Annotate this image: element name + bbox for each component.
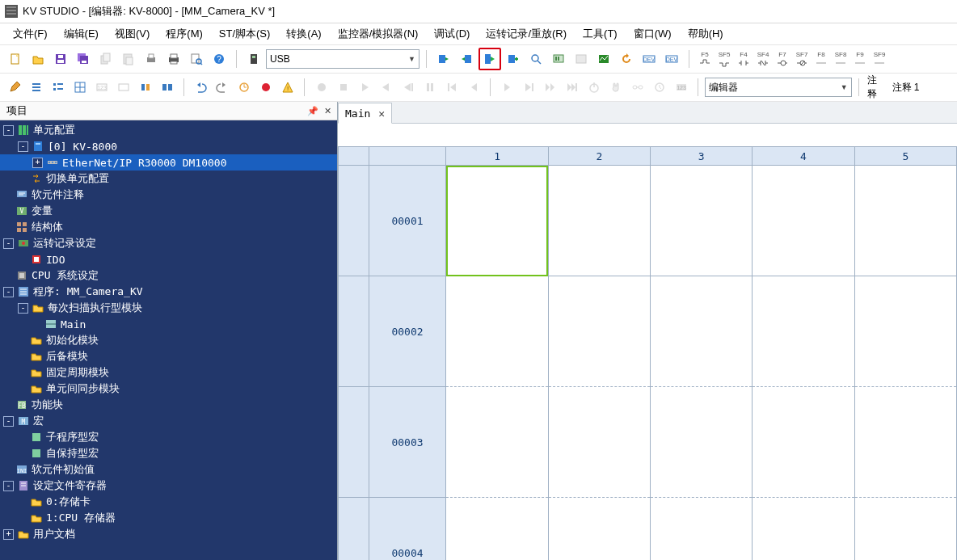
expand-icon[interactable]: +: [3, 529, 14, 540]
io-button[interactable]: [135, 77, 155, 98]
print-button[interactable]: [163, 48, 184, 69]
fkey-sf5[interactable]: SF5: [715, 52, 733, 67]
tab-close-icon[interactable]: ✕: [378, 107, 385, 120]
tree-node[interactable]: -程序: MM_Camera_KV: [0, 284, 337, 300]
tab-main[interactable]: Main ✕: [338, 103, 392, 124]
ladder-cell[interactable]: [446, 166, 548, 276]
print-setup-button[interactable]: [141, 48, 162, 69]
rec-button[interactable]: [311, 77, 331, 98]
col-header[interactable]: 3: [651, 147, 753, 166]
ladder-cell[interactable]: [854, 276, 956, 387]
row-header[interactable]: 00001: [369, 166, 446, 276]
watch-button[interactable]: [234, 77, 255, 98]
expand-icon[interactable]: +: [32, 158, 43, 168]
paste-unit-button[interactable]: [118, 48, 139, 69]
ladder-cell[interactable]: [548, 387, 650, 498]
menu-window[interactable]: 窗口(W): [627, 24, 678, 44]
save-all-button[interactable]: [73, 48, 94, 69]
redo-button[interactable]: [213, 77, 233, 98]
counter-button[interactable]: [113, 77, 133, 98]
menu-edit[interactable]: 编辑(E): [57, 24, 105, 44]
ladder-cell[interactable]: [753, 276, 854, 387]
device-monitor-button[interactable]: [548, 48, 569, 69]
ladder-cell[interactable]: [854, 387, 956, 498]
menu-script[interactable]: ST/脚本(S): [213, 24, 277, 44]
pin-icon[interactable]: 📌: [306, 104, 319, 117]
fkey-f5[interactable]: F5: [696, 52, 714, 67]
tree-node[interactable]: +EtherNet/IP R30000 DM10000: [0, 154, 337, 171]
fkey-f4[interactable]: F4: [735, 52, 753, 67]
grid-button[interactable]: [70, 77, 91, 98]
pause-button[interactable]: [420, 77, 441, 98]
breakpoint-button[interactable]: [256, 77, 276, 98]
prev-button[interactable]: [463, 77, 483, 98]
fkey-sf7[interactable]: SF7: [793, 52, 811, 67]
play-button[interactable]: [355, 77, 375, 98]
ladder-cell[interactable]: [651, 276, 753, 387]
find-button[interactable]: [525, 48, 546, 69]
hand-button[interactable]: [606, 77, 626, 98]
ladder-cell[interactable]: [854, 166, 956, 276]
stop-button[interactable]: [333, 77, 353, 98]
module-button[interactable]: [157, 77, 177, 98]
edit-pencil-button[interactable]: [5, 77, 25, 98]
digital-button[interactable]: 123: [671, 77, 691, 98]
tree-node[interactable]: 固定周期模块: [0, 364, 337, 381]
tree-node[interactable]: IDO: [0, 251, 337, 267]
col-header[interactable]: 4: [753, 147, 854, 166]
close-icon[interactable]: ✕: [321, 104, 334, 117]
collapse-icon[interactable]: -: [3, 238, 14, 249]
tree-node[interactable]: 1:CPU 存储器: [0, 510, 337, 526]
tree-node[interactable]: 后备模块: [0, 348, 337, 364]
next-button[interactable]: [497, 77, 517, 98]
tree-node[interactable]: 结构体: [0, 219, 337, 235]
menu-tools[interactable]: 工具(T): [576, 24, 624, 44]
col-header[interactable]: 5: [854, 147, 956, 166]
menu-program[interactable]: 程序(M): [159, 24, 209, 44]
ladder-cell[interactable]: [548, 498, 650, 561]
ffwd-button[interactable]: [541, 77, 561, 98]
save-button[interactable]: [50, 48, 71, 69]
help-button[interactable]: ?: [209, 48, 230, 69]
tree-node[interactable]: Main: [0, 316, 337, 332]
collapse-icon[interactable]: -: [3, 287, 14, 297]
tree-node[interactable]: -设定文件寄存器: [0, 478, 337, 494]
tree-node[interactable]: 0:存储卡: [0, 494, 337, 510]
tree-node[interactable]: -运转记录设定: [0, 235, 337, 251]
first-button[interactable]: [442, 77, 462, 98]
fkey-f7[interactable]: F7: [774, 52, 791, 67]
mode-combo[interactable]: 编辑器 ▼: [705, 78, 852, 97]
list-button[interactable]: [27, 77, 47, 98]
col-header[interactable]: 1: [446, 147, 548, 166]
tree-node[interactable]: -M宏: [0, 413, 337, 429]
menu-record[interactable]: 运转记录/重放(R): [479, 24, 573, 44]
tree-node[interactable]: -单元配置: [0, 122, 337, 138]
tree-node[interactable]: 初始化模块: [0, 332, 337, 348]
row-header[interactable]: 00003: [369, 387, 446, 498]
tree-node[interactable]: 子程序型宏: [0, 429, 337, 445]
tree-node[interactable]: +用户文档: [0, 526, 337, 542]
fkey-f9[interactable]: F9: [851, 52, 869, 67]
tree-node[interactable]: INI软元件初始值: [0, 461, 337, 478]
collapse-icon[interactable]: -: [3, 416, 14, 427]
transfer-write-button[interactable]: [456, 48, 477, 69]
open-file-button[interactable]: [27, 48, 48, 69]
clock-button[interactable]: [649, 77, 669, 98]
timer-button[interactable]: 123: [92, 77, 112, 98]
collapse-icon[interactable]: -: [18, 303, 28, 314]
dev2-button[interactable]: DEV: [661, 48, 682, 69]
menu-view[interactable]: 视图(V): [108, 24, 156, 44]
fkey-sf4[interactable]: SF4: [754, 52, 772, 67]
ladder-cell[interactable]: [548, 166, 650, 276]
row-header[interactable]: 00002: [369, 276, 446, 387]
list2-button[interactable]: [48, 77, 69, 98]
chart-green-button[interactable]: [593, 48, 614, 69]
tree-node[interactable]: -[0] KV-8000: [0, 138, 337, 154]
menu-help[interactable]: 帮助(H): [681, 24, 730, 44]
print-preview-button[interactable]: [186, 48, 207, 69]
fkey-sf8[interactable]: SF8: [832, 52, 849, 67]
tree-node[interactable]: 软元件注释: [0, 187, 337, 203]
ladder-cell[interactable]: [854, 498, 956, 561]
warn-button[interactable]: !: [277, 77, 297, 98]
gray-tool-1-button[interactable]: [571, 48, 592, 69]
